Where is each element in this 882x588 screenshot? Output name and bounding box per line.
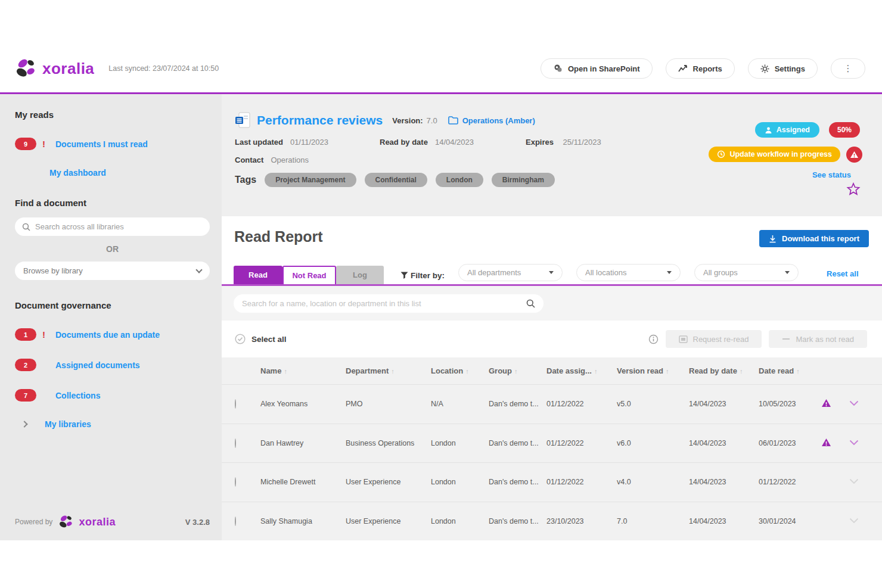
departments-filter-value: All departments bbox=[467, 268, 521, 277]
tab-read[interactable]: Read bbox=[234, 266, 282, 284]
tag-pill: Project Management bbox=[265, 173, 356, 187]
tag-pill: London bbox=[436, 173, 483, 187]
sidebar-item-collections[interactable]: 7 Collections bbox=[15, 389, 210, 402]
library-link[interactable]: Operations (Amber) bbox=[448, 116, 535, 125]
cell-read-by-date: 14/04/2023 bbox=[689, 517, 759, 525]
settings-button[interactable]: Settings bbox=[748, 58, 818, 79]
read-by-date-label: Read by date bbox=[380, 138, 428, 147]
sort-asc-icon: ↑ bbox=[465, 368, 469, 375]
request-reread-button[interactable]: Request re-read bbox=[666, 330, 762, 348]
sort-asc-icon: ↑ bbox=[391, 368, 395, 375]
my-dashboard-link[interactable]: My dashboard bbox=[49, 168, 106, 178]
library-name: Operations (Amber) bbox=[462, 116, 535, 125]
col-header-date-assigned[interactable]: Date assig...↑ bbox=[546, 366, 617, 375]
sidebar-item-documents-due-update[interactable]: 1 ! Documents due an update bbox=[15, 328, 210, 341]
col-header-name[interactable]: Name↑ bbox=[260, 366, 346, 375]
cell-version-read: v5.0 bbox=[617, 400, 689, 408]
assigned-status-badge: Assigned bbox=[755, 122, 819, 138]
list-search-input[interactable] bbox=[242, 299, 526, 308]
download-report-label: Download this report bbox=[782, 234, 859, 243]
open-in-sharepoint-button[interactable]: Open in SharePoint bbox=[541, 58, 653, 79]
circle-check-icon bbox=[235, 334, 246, 344]
expand-row-chevron-icon[interactable] bbox=[849, 518, 859, 524]
sidebar-item-documents-i-must-read[interactable]: 9 ! Documents I must read bbox=[15, 138, 210, 150]
row-select-radio[interactable] bbox=[235, 477, 236, 487]
document-info-panel: Performance reviews Version: 7.0 Operati… bbox=[222, 94, 882, 216]
collections-link[interactable]: Collections bbox=[55, 391, 100, 400]
filter-by-label: Filter by: bbox=[400, 271, 445, 280]
chevron-right-icon bbox=[21, 421, 27, 427]
assigned-documents-link[interactable]: Assigned documents bbox=[55, 360, 140, 370]
document-title-link[interactable]: Performance reviews bbox=[257, 113, 383, 127]
list-search-box[interactable] bbox=[234, 294, 544, 313]
kebab-icon: ⋮ bbox=[844, 63, 853, 74]
cell-name: Michelle Drewett bbox=[260, 478, 346, 486]
expand-row-chevron-icon[interactable] bbox=[849, 478, 859, 484]
sidebar-item-my-dashboard[interactable]: My dashboard bbox=[15, 168, 210, 178]
expand-row-chevron-icon[interactable] bbox=[849, 400, 859, 406]
cell-group: Dan's demo t... bbox=[489, 517, 546, 525]
expand-row-chevron-icon[interactable] bbox=[849, 440, 859, 446]
search-icon bbox=[22, 223, 30, 231]
tab-not-read[interactable]: Not Read bbox=[282, 266, 336, 284]
urgent-exclamation-icon: ! bbox=[42, 139, 47, 149]
cell-date-read: 10/05/2023 bbox=[759, 400, 821, 408]
cell-location: London bbox=[431, 478, 489, 486]
cell-department: PMO bbox=[346, 400, 431, 408]
urgent-exclamation-icon: ! bbox=[42, 329, 47, 340]
contact-value: Operations bbox=[271, 155, 309, 164]
list-search-strip bbox=[222, 286, 882, 321]
mark-as-not-read-button[interactable]: Mark as not read bbox=[769, 330, 867, 348]
download-report-button[interactable]: Download this report bbox=[759, 230, 869, 247]
tags-label: Tags bbox=[235, 175, 256, 185]
row-select-radio[interactable] bbox=[235, 399, 236, 409]
main-content: Performance reviews Version: 7.0 Operati… bbox=[222, 94, 882, 540]
col-header-date-read[interactable]: Date read↑ bbox=[759, 366, 821, 375]
select-all-label: Select all bbox=[251, 335, 287, 344]
read-report-header: Read Report Download this report Read No… bbox=[222, 216, 882, 286]
due-update-link[interactable]: Documents due an update bbox=[55, 330, 160, 340]
funnel-icon bbox=[400, 272, 408, 279]
see-status-link[interactable]: See status bbox=[812, 170, 851, 179]
sidebar-item-assigned-documents[interactable]: 2 Assigned documents bbox=[15, 359, 210, 371]
favorite-star-icon[interactable] bbox=[846, 182, 861, 198]
col-header-read-by-date[interactable]: Read by date↑ bbox=[689, 366, 759, 375]
tag-pill: Birmingham bbox=[492, 173, 555, 187]
cell-read-by-date: 14/04/2023 bbox=[689, 400, 759, 408]
locations-filter-value: All locations bbox=[585, 268, 626, 277]
col-header-version-read[interactable]: Version read↑ bbox=[617, 366, 689, 375]
last-updated-value: 01/11/2023 bbox=[290, 138, 328, 147]
alert-bell-icon[interactable] bbox=[846, 147, 862, 163]
select-all-control[interactable]: Select all bbox=[235, 334, 287, 344]
reports-button[interactable]: Reports bbox=[666, 58, 735, 79]
locations-filter-dropdown[interactable]: All locations bbox=[576, 264, 681, 281]
sidebar-item-my-libraries[interactable]: My libraries bbox=[15, 419, 210, 429]
groups-filter-dropdown[interactable]: All groups bbox=[694, 264, 799, 281]
open-in-sharepoint-label: Open in SharePoint bbox=[568, 64, 640, 73]
workflow-status-badge: Update workflow in progress bbox=[709, 147, 840, 162]
sort-asc-icon: ↑ bbox=[740, 368, 743, 375]
reports-chart-icon bbox=[678, 64, 688, 73]
read-report-title: Read Report bbox=[234, 228, 323, 245]
tab-log[interactable]: Log bbox=[336, 266, 384, 284]
library-search-input[interactable] bbox=[35, 222, 203, 231]
info-icon[interactable] bbox=[648, 334, 659, 344]
table-row: Alex Yeomans PMO N/A Dan's demo t... 01/… bbox=[222, 384, 882, 424]
browse-by-library-dropdown[interactable]: Browse by library bbox=[15, 262, 210, 280]
cell-name: Dan Hawtrey bbox=[260, 439, 346, 447]
xoralia-footer-logo-icon bbox=[58, 514, 74, 530]
my-libraries-link[interactable]: My libraries bbox=[45, 419, 91, 429]
library-search-box[interactable] bbox=[15, 217, 210, 236]
col-header-location[interactable]: Location↑ bbox=[431, 366, 489, 375]
must-read-link[interactable]: Documents I must read bbox=[55, 139, 148, 149]
table-row: Michelle Drewett User Experience London … bbox=[222, 462, 882, 502]
reset-all-link[interactable]: Reset all bbox=[827, 269, 858, 278]
cell-read-by-date: 14/04/2023 bbox=[689, 439, 759, 447]
col-header-group[interactable]: Group↑ bbox=[489, 366, 546, 375]
my-reads-heading: My reads bbox=[15, 110, 210, 120]
departments-filter-dropdown[interactable]: All departments bbox=[458, 264, 563, 281]
row-select-radio[interactable] bbox=[235, 438, 236, 448]
row-select-radio[interactable] bbox=[235, 517, 236, 526]
col-header-department[interactable]: Department↑ bbox=[346, 366, 431, 375]
more-options-button[interactable]: ⋮ bbox=[831, 58, 865, 79]
